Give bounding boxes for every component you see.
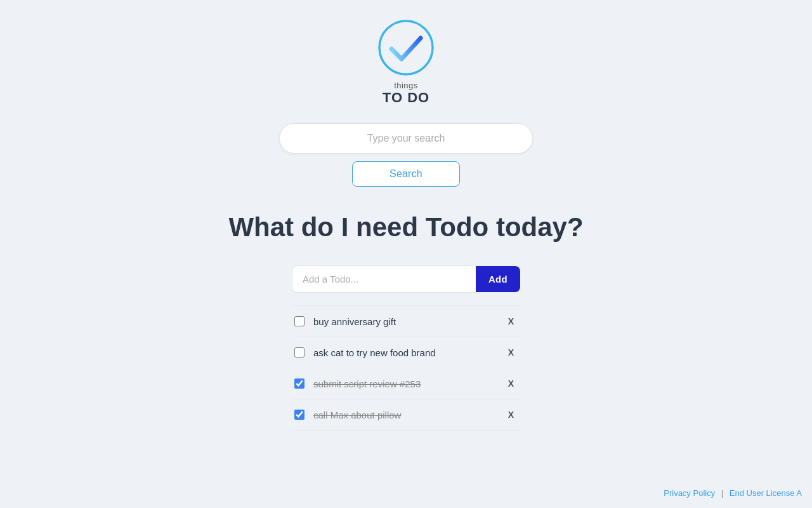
footer: Privacy Policy | End User License A [664,488,802,498]
logo-todo-label: TO DO [383,90,429,105]
todo-text: ask cat to try new food brand [313,347,504,358]
add-todo-container: Add [292,265,520,293]
todo-checkbox[interactable] [294,378,304,389]
todo-checkbox[interactable] [294,316,304,326]
search-button[interactable]: Search [352,161,460,187]
todo-delete-button[interactable]: X [504,346,518,359]
logo-things-label: things [394,81,418,90]
todo-text: call Max about pillow [313,410,504,420]
search-container: Search [279,123,533,187]
todo-delete-button[interactable]: X [504,315,518,328]
eula-link[interactable]: End User License A [730,488,802,498]
todo-delete-button[interactable]: X [504,377,518,390]
todo-list: buy anniversary giftXask cat to try new … [292,305,520,431]
main-content: things TO DO Search What do I need Todo … [0,0,812,431]
logo-icon [377,19,435,76]
logo-container: things TO DO [377,19,435,105]
footer-separator: | [721,488,723,498]
logo-text: things TO DO [383,81,429,105]
search-input[interactable] [279,123,533,154]
privacy-policy-link[interactable]: Privacy Policy [664,488,715,498]
todo-checkbox[interactable] [294,410,304,420]
todo-text: submit script review #253 [313,378,504,389]
todo-text: buy anniversary gift [313,316,504,327]
add-todo-input[interactable] [292,265,476,293]
svg-point-0 [379,21,433,74]
todo-item: ask cat to try new food brandX [292,337,520,368]
todo-item: submit script review #253X [292,368,520,399]
add-todo-button[interactable]: Add [476,266,520,292]
todo-checkbox[interactable] [294,347,304,358]
todo-item: buy anniversary giftX [292,305,520,337]
main-heading: What do I need Todo today? [228,212,583,243]
todo-delete-button[interactable]: X [504,408,518,421]
todo-item: call Max about pillowX [292,399,520,431]
